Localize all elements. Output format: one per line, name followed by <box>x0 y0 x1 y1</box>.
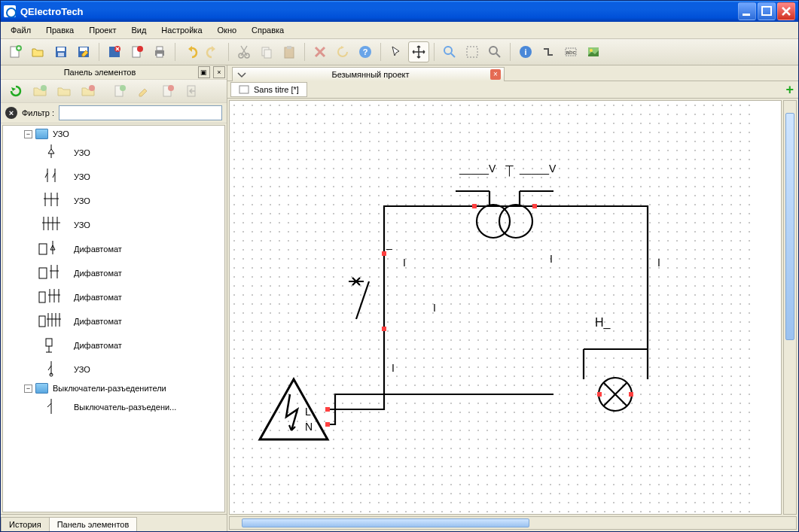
svg-rect-57 <box>382 327 386 331</box>
collapse-icon[interactable]: − <box>24 130 32 138</box>
save-as-button[interactable] <box>73 41 94 62</box>
delete-button[interactable] <box>310 41 331 62</box>
filter-label: Фильтр : <box>22 108 54 117</box>
cut-button[interactable] <box>233 41 255 62</box>
project-tab-bar: Безымянный проект × <box>227 65 798 81</box>
zoom-reset-button[interactable] <box>484 41 505 62</box>
svg-text:abc: abc <box>566 49 576 56</box>
zoom-button[interactable] <box>439 41 460 62</box>
sheet-tab-bar: Sans titre [*] + <box>227 81 798 99</box>
panel-title: Панель элементов <box>2 68 197 77</box>
print-button[interactable] <box>149 41 170 62</box>
svg-text:_____V: _____V <box>459 163 496 175</box>
menu-settings[interactable]: Настройка <box>154 23 209 37</box>
vertical-scrollbar[interactable] <box>783 100 797 515</box>
panel-edit-element-button[interactable] <box>133 81 154 102</box>
window-minimize-button[interactable] <box>738 2 756 20</box>
tree-item[interactable]: УЗО <box>3 141 224 165</box>
tree-item[interactable]: УЗО <box>3 189 224 213</box>
element-symbol-icon <box>36 239 66 260</box>
scroll-thumb[interactable] <box>785 113 794 340</box>
clear-filter-icon[interactable]: × <box>5 107 17 119</box>
filter-input[interactable] <box>59 105 222 120</box>
tree-item[interactable]: Дифавтомат <box>3 285 224 309</box>
tree-item[interactable]: УЗО <box>3 165 224 189</box>
scroll-thumb[interactable] <box>242 518 529 527</box>
copy-button[interactable] <box>256 41 277 62</box>
window-close-button[interactable] <box>777 2 795 20</box>
new-project-button[interactable] <box>5 41 26 62</box>
svg-rect-0 <box>743 14 750 16</box>
svg-rect-51 <box>325 422 330 427</box>
menu-edit[interactable]: Правка <box>39 23 81 37</box>
rotate-button[interactable] <box>332 41 353 62</box>
move-tool-button[interactable] <box>408 41 429 62</box>
panel-delete-folder-button[interactable] <box>78 81 99 102</box>
tree-item[interactable]: Дифавтомат <box>3 333 224 357</box>
project-close-button[interactable]: × <box>490 69 501 80</box>
export-button[interactable] <box>127 41 148 62</box>
close-sheet-button[interactable] <box>104 41 125 62</box>
menu-project[interactable]: Проект <box>82 23 123 37</box>
tree-item[interactable]: Дифавтомат <box>3 237 224 261</box>
panel-import-button[interactable] <box>181 81 203 102</box>
menu-file[interactable]: Файл <box>4 23 38 37</box>
menu-window[interactable]: Окно <box>211 23 244 37</box>
open-button[interactable] <box>28 41 49 62</box>
tree-item-label: УЗО <box>66 172 90 181</box>
svg-point-32 <box>590 49 593 52</box>
element-symbol-icon <box>36 397 66 418</box>
tree-item[interactable]: Выключатель-разъедени... <box>3 395 224 419</box>
panel-new-element-button[interactable] <box>109 81 130 102</box>
element-symbol-icon <box>36 190 66 211</box>
tab-history[interactable]: История <box>1 517 50 531</box>
image-tool-button[interactable] <box>583 41 604 62</box>
undo-button[interactable] <box>180 41 201 62</box>
add-sheet-button[interactable]: + <box>785 82 794 98</box>
tab-elements[interactable]: Панель элементов <box>49 517 138 531</box>
tree-category-label: УЗО <box>48 129 69 138</box>
panel-float-button[interactable]: ▣ <box>198 66 210 78</box>
tree-category-uzo[interactable]: − УЗО <box>3 127 224 141</box>
svg-point-36 <box>120 85 126 91</box>
diagram-canvas[interactable]: L N _____V _____V ⟙ H_ _ I I I I I <box>229 100 782 515</box>
text-tool-button[interactable]: abc <box>560 41 581 62</box>
panel-edit-folder-button[interactable] <box>53 81 75 102</box>
tree-category-label: Выключатели-разъеденители <box>48 384 166 393</box>
workspace: Безымянный проект × Sans titre [*] + <box>227 65 798 531</box>
panel-toolbar <box>1 79 227 103</box>
paste-button[interactable] <box>279 41 300 62</box>
svg-point-26 <box>489 47 497 54</box>
element-symbol-icon <box>36 287 66 308</box>
conductor-button[interactable] <box>538 41 559 62</box>
elements-tree[interactable]: − УЗО УЗО УЗО УЗО УЗО Дифавтомат Дифавто… <box>2 125 225 512</box>
collapse-icon[interactable]: − <box>24 385 32 393</box>
select-tool-button[interactable] <box>386 41 407 62</box>
window-maximize-button[interactable] <box>758 2 776 20</box>
horizontal-scrollbar[interactable] <box>229 516 797 530</box>
panel-close-button[interactable]: × <box>213 66 225 78</box>
zoom-fit-button[interactable] <box>462 41 483 62</box>
tree-category-breakers[interactable]: − Выключатели-разъеденители <box>3 382 224 395</box>
info-button[interactable]: i <box>515 41 536 62</box>
svg-rect-44 <box>46 339 52 346</box>
tree-item-label: УЗО <box>66 365 90 374</box>
sheet-tab[interactable]: Sans titre [*] <box>230 82 307 97</box>
tree-item[interactable]: Дифавтомат <box>3 261 224 285</box>
help-button[interactable]: ? <box>355 41 376 62</box>
project-menu-icon[interactable] <box>236 69 248 80</box>
menu-view[interactable]: Вид <box>124 23 153 37</box>
panel-refresh-button[interactable] <box>5 81 26 102</box>
panel-delete-element-button[interactable] <box>157 81 178 102</box>
svg-rect-19 <box>264 50 271 58</box>
menu-help[interactable]: Справка <box>245 23 291 37</box>
panel-new-folder-button[interactable] <box>29 81 50 102</box>
tree-item[interactable]: УЗО <box>3 213 224 237</box>
save-button[interactable] <box>50 41 72 62</box>
panel-tabs: История Панель элементов <box>1 514 227 531</box>
svg-point-48 <box>499 205 532 238</box>
project-tab[interactable]: Безымянный проект × <box>232 67 505 81</box>
redo-button[interactable] <box>203 41 224 62</box>
tree-item[interactable]: УЗО <box>3 357 224 382</box>
tree-item[interactable]: Дифавтомат <box>3 309 224 333</box>
